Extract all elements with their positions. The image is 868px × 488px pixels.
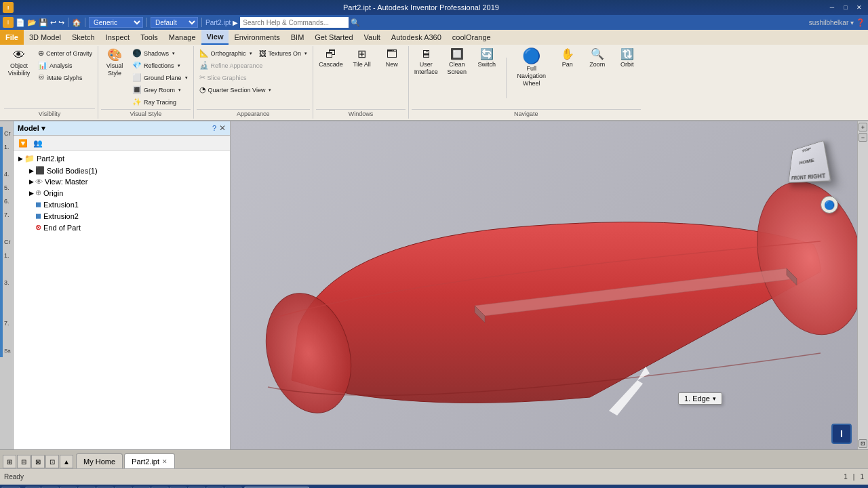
search-input[interactable]: [240, 17, 349, 28]
viewcube[interactable]: TOP FRONT RIGHT HOME: [787, 142, 834, 189]
object-visibility-btn[interactable]: 👁 Object Visibility: [4, 47, 34, 79]
user-interface-btn[interactable]: 🖥 User Interface: [412, 47, 441, 77]
tile-all-btn[interactable]: ⊞ Tile All: [349, 47, 376, 70]
nav-wheel-control[interactable]: 🔵: [821, 196, 838, 214]
menu-view[interactable]: View: [201, 30, 229, 45]
menu-file[interactable]: File: [0, 30, 24, 45]
textures-btn[interactable]: 🖼 Textures On ▾: [256, 47, 311, 59]
qa-redo-btn[interactable]: ↪: [58, 18, 64, 27]
style-combo[interactable]: Default: [151, 17, 198, 28]
tab-icon-5[interactable]: ▲: [60, 455, 73, 468]
analysis-btn[interactable]: 📊 Analysis: [35, 60, 95, 71]
model-panel: Model ▾ ? ✕ 🔽 👥 ▶ 📁 Part2.ipt ▶ ⬛ Solid …: [14, 121, 231, 449]
cascade-btn[interactable]: 🗗 Cascade: [316, 47, 346, 70]
help-btn[interactable]: ❓: [856, 18, 865, 27]
visual-style-icon: 🎨: [107, 49, 122, 61]
model-tree: ▶ 📁 Part2.ipt ▶ ⬛ Solid Bodies(1) ▶ 👁 Vi…: [14, 151, 230, 449]
pan-btn[interactable]: ✋ Pan: [554, 47, 581, 70]
model-panel-title[interactable]: Model ▾: [18, 124, 45, 133]
user-profile[interactable]: sushilbhelkar ▾: [809, 19, 854, 26]
menu-get-started[interactable]: Get Started: [309, 30, 358, 45]
menu-coolorange[interactable]: coolOrange: [447, 30, 496, 45]
windows-taskbar: ⊞ 🖥 📁 🌐 📂 🔵 🎵 🎨 📋 🏃 🔧 📱 💬 I Autodesk Inv…: [0, 485, 868, 488]
reflections-btn[interactable]: 💎 Reflections ▾: [130, 60, 191, 71]
analysis-icon: 📊: [38, 61, 47, 70]
zoom-in-btn[interactable]: +: [859, 123, 867, 131]
qa-open-btn[interactable]: 📂: [27, 18, 37, 27]
switch-icon: 🔄: [480, 49, 494, 60]
search-icon[interactable]: 🔍: [351, 18, 360, 27]
tab-icon-1[interactable]: ⊞: [3, 455, 16, 468]
model-panel-close-btn[interactable]: ✕: [219, 123, 226, 133]
menu-environments[interactable]: Environments: [229, 30, 285, 45]
orbit-btn[interactable]: 🔃 Orbit: [614, 47, 641, 70]
profile-combo[interactable]: Generic: [89, 17, 143, 28]
tab-icon-2[interactable]: ⊟: [17, 455, 31, 468]
minimize-btn[interactable]: ─: [826, 3, 838, 12]
quarter-section-btn[interactable]: ◔ Quarter Section View ▾: [197, 84, 275, 96]
qa-home-btn[interactable]: 🏠: [72, 18, 81, 27]
zoom-out-btn[interactable]: −: [859, 133, 867, 142]
tree-item-end-of-part[interactable]: ⊗ End of Part: [14, 222, 230, 233]
save-btn[interactable]: I: [3, 17, 14, 28]
reflections-icon: 💎: [132, 61, 142, 70]
menu-inspect[interactable]: Inspect: [100, 30, 135, 45]
visual-style-btn[interactable]: 🎨 Visual Style: [101, 47, 128, 79]
menu-3dmodel[interactable]: 3D Model: [24, 30, 66, 45]
tree-item-origin[interactable]: ▶ ⊕ Origin: [14, 187, 230, 199]
tree-item-view-master[interactable]: ▶ 👁 View: Master: [14, 176, 230, 187]
tab-icon-3[interactable]: ⊠: [31, 455, 45, 468]
switch-btn[interactable]: 🔄 Switch: [473, 47, 500, 70]
orbit-icon: 🔃: [620, 49, 634, 60]
tree-item-part2[interactable]: ▶ 📁 Part2.ipt: [14, 152, 230, 165]
zoom-btn[interactable]: 🔍 Zoom: [584, 47, 611, 70]
edge-label-popup[interactable]: 1. Edge ▾: [678, 392, 722, 405]
ray-tracing-icon: ✨: [132, 98, 142, 106]
center-of-gravity-btn[interactable]: ⊕ Center of Gravity: [35, 47, 95, 59]
menu-autodesk[interactable]: Autodesk A360: [386, 30, 447, 45]
imates-btn[interactable]: ♾ iMate Glyphs: [35, 72, 95, 83]
refine-icon: 🔬: [199, 61, 209, 70]
shadows-btn[interactable]: 🌑 Shadows ▾: [130, 47, 191, 59]
model-toolbar: 🔽 👥: [14, 136, 230, 151]
imates-icon: ♾: [38, 73, 45, 82]
windows-group: 🗗 Cascade ⊞ Tile All 🗔 New Windows: [313, 46, 409, 119]
fit-btn[interactable]: ⊡: [859, 439, 867, 448]
tab-my-home[interactable]: My Home: [76, 453, 123, 468]
close-btn[interactable]: ✕: [853, 3, 865, 12]
viewport[interactable]: TOP FRONT RIGHT HOME 🔵 + − ⊡ I 1. Edge ▾: [231, 121, 868, 449]
my-home-label: My Home: [83, 458, 115, 466]
part2-tab-close[interactable]: ✕: [162, 458, 167, 465]
tree-item-extrusion1[interactable]: ◼ Extrusion1: [14, 199, 230, 210]
tile-icon: ⊞: [357, 49, 366, 60]
svg-point-1: [741, 170, 868, 347]
model-filter-btn[interactable]: 🔽: [16, 137, 30, 149]
edge-dropdown-arrow[interactable]: ▾: [713, 395, 716, 402]
tree-item-extrusion2[interactable]: ◼ Extrusion2: [14, 210, 230, 222]
menu-sketch[interactable]: Sketch: [66, 30, 100, 45]
qa-sep2: [85, 18, 85, 27]
model-search-btn[interactable]: 👥: [31, 137, 45, 149]
new-window-btn[interactable]: 🗔 New: [378, 47, 406, 70]
menu-vault[interactable]: Vault: [359, 30, 386, 45]
inventor-badge: I: [831, 424, 852, 444]
tab-part2[interactable]: Part2.ipt ✕: [124, 453, 175, 468]
menu-manage[interactable]: Manage: [163, 30, 201, 45]
orthographic-btn[interactable]: 📐 Orthographic ▾: [197, 47, 255, 59]
ray-tracing-btn[interactable]: ✨ Ray Tracing: [130, 96, 191, 108]
clean-screen-btn[interactable]: 🔲 Clean Screen: [443, 47, 471, 77]
qa-undo-btn[interactable]: ↩: [50, 18, 56, 27]
grey-room-btn[interactable]: 🔳 Grey Room ▾: [130, 84, 191, 96]
ground-plane-btn[interactable]: ⬜ Ground Plane ▾: [130, 72, 191, 83]
model-panel-help-btn[interactable]: ?: [212, 124, 216, 132]
ribbon: 👁 Object Visibility ⊕ Center of Gravity …: [0, 45, 868, 121]
edge-label-text: 1. Edge: [684, 394, 710, 403]
qa-new-btn[interactable]: 📄: [16, 18, 25, 27]
qa-save-btn[interactable]: 💾: [39, 18, 48, 27]
tab-icon-4[interactable]: ⊡: [45, 455, 59, 468]
full-nav-wheel-btn[interactable]: 🔵 Full Navigation Wheel: [512, 47, 551, 88]
menu-tools[interactable]: Tools: [135, 30, 163, 45]
maximize-btn[interactable]: □: [840, 3, 852, 12]
tree-item-solid-bodies[interactable]: ▶ ⬛ Solid Bodies(1): [14, 165, 230, 176]
menu-bim[interactable]: BIM: [285, 30, 310, 45]
